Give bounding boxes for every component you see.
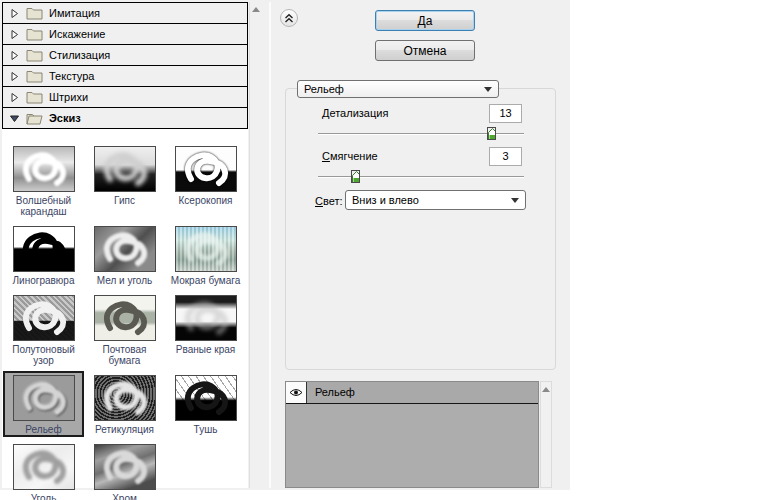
knot-preview-icon bbox=[14, 376, 75, 421]
scroll-up-icon[interactable] bbox=[542, 387, 550, 392]
applied-filter-name: Рельеф bbox=[307, 382, 355, 403]
filter-preview-image[interactable] bbox=[94, 295, 156, 341]
filter-thumbnail[interactable]: Линогравюра bbox=[3, 222, 84, 288]
filter-thumbnail[interactable]: Почтовая бумага bbox=[84, 291, 165, 368]
category-label: Имитация bbox=[49, 7, 100, 19]
expander-triangle-icon[interactable] bbox=[9, 92, 20, 103]
filter-preview-image[interactable] bbox=[13, 146, 75, 192]
slider-thumb-icon bbox=[488, 128, 496, 140]
light-direction-select[interactable]: Вниз и влево bbox=[345, 190, 526, 210]
knot-preview-icon bbox=[14, 445, 75, 490]
folder-icon bbox=[26, 7, 43, 20]
knot-preview-icon bbox=[95, 296, 156, 341]
smooth-slider-thumb[interactable] bbox=[351, 170, 360, 183]
filter-preview-image[interactable] bbox=[175, 375, 237, 421]
filter-preview-image[interactable] bbox=[94, 375, 156, 421]
filter-select-value: Рельеф bbox=[304, 83, 344, 95]
slider-thumb-icon bbox=[352, 171, 360, 183]
filter-thumbnail-label: Ксерокопия bbox=[179, 195, 233, 206]
smooth-slider[interactable] bbox=[318, 170, 524, 184]
category-label: Текстура bbox=[49, 70, 94, 82]
applied-filter-row[interactable]: Рельеф bbox=[286, 382, 538, 404]
smooth-value-field[interactable]: 3 bbox=[489, 147, 522, 166]
filter-thumbnail[interactable]: Ретикуляция bbox=[84, 371, 165, 437]
filter-thumbnail-label: Полутоновый узор bbox=[5, 344, 82, 366]
category-row[interactable]: Эскиз bbox=[2, 107, 248, 129]
filter-preview-image[interactable] bbox=[94, 444, 156, 490]
ok-button[interactable]: Да bbox=[375, 10, 475, 31]
knot-preview-icon bbox=[95, 445, 156, 490]
filter-preview-image[interactable] bbox=[13, 295, 75, 341]
visibility-toggle[interactable] bbox=[286, 382, 307, 403]
light-label: Свет: bbox=[315, 195, 343, 207]
category-row[interactable]: Текстура bbox=[2, 65, 248, 87]
knot-preview-icon bbox=[95, 227, 156, 272]
filter-thumbnail[interactable]: Гипс bbox=[84, 142, 165, 219]
filter-preview-image[interactable] bbox=[13, 375, 75, 421]
expander-triangle-icon[interactable] bbox=[9, 71, 20, 82]
filter-thumbnail[interactable]: Уголь bbox=[3, 440, 84, 500]
filter-thumbnail-label: Рваные края bbox=[176, 344, 235, 355]
applied-filters-list: Рельеф bbox=[285, 381, 539, 488]
browser-scrollbar[interactable] bbox=[249, 2, 262, 488]
folder-icon bbox=[26, 112, 43, 125]
category-label: Искажение bbox=[49, 28, 105, 40]
panel-divider bbox=[269, 2, 271, 488]
knot-preview-icon bbox=[176, 296, 237, 341]
filter-thumbnail[interactable]: Рваные края bbox=[165, 291, 246, 368]
folder-icon bbox=[26, 49, 43, 62]
filter-thumbnail-label: Хром bbox=[112, 493, 137, 500]
category-row[interactable]: Искажение bbox=[2, 23, 248, 45]
chevron-down-icon bbox=[484, 87, 492, 92]
filters-list-scrollbar[interactable] bbox=[540, 381, 552, 488]
detail-slider-thumb[interactable] bbox=[487, 127, 496, 140]
chevron-down-icon bbox=[511, 198, 519, 203]
filter-preview-image[interactable] bbox=[94, 226, 156, 272]
folder-icon bbox=[26, 70, 43, 83]
filter-thumbnail[interactable]: Рельеф bbox=[3, 371, 84, 437]
category-label: Стилизация bbox=[49, 49, 110, 61]
filter-thumbnail-label: Волшебный карандаш bbox=[5, 195, 82, 217]
expander-triangle-icon[interactable] bbox=[9, 50, 20, 61]
filter-preview-image[interactable] bbox=[175, 226, 237, 272]
filter-browser-panel: Имитация Искажение Стилизация Текстура Ш… bbox=[2, 2, 248, 488]
category-row[interactable]: Штрихи bbox=[2, 86, 248, 108]
detail-slider[interactable] bbox=[318, 127, 524, 141]
filter-thumbnail[interactable]: Волшебный карандаш bbox=[3, 142, 84, 219]
folder-icon bbox=[26, 28, 43, 41]
light-direction-value: Вниз и влево bbox=[352, 194, 419, 206]
knot-preview-icon bbox=[176, 376, 237, 421]
expander-triangle-icon[interactable] bbox=[9, 8, 20, 19]
slider-track bbox=[318, 176, 524, 178]
knot-preview-icon bbox=[176, 147, 237, 192]
knot-preview-icon bbox=[14, 227, 75, 272]
cancel-button[interactable]: Отмена bbox=[375, 40, 475, 61]
filter-preview-image[interactable] bbox=[175, 295, 237, 341]
filter-thumbnail[interactable]: Тушь bbox=[165, 371, 246, 437]
filter-thumbnail[interactable]: Ксерокопия bbox=[165, 142, 246, 219]
filter-thumbnail-label: Почтовая бумага bbox=[86, 344, 163, 366]
folder-icon bbox=[26, 91, 43, 104]
collapse-panel-button[interactable] bbox=[280, 9, 298, 27]
filter-thumbnail[interactable]: Полутоновый узор bbox=[3, 291, 84, 368]
detail-value-field[interactable]: 13 bbox=[489, 104, 522, 123]
category-label: Штрихи bbox=[49, 91, 88, 103]
scroll-up-icon[interactable] bbox=[252, 7, 260, 12]
category-row[interactable]: Стилизация bbox=[2, 44, 248, 66]
filter-preview-image[interactable] bbox=[13, 226, 75, 272]
filter-thumbnail[interactable]: Хром bbox=[84, 440, 165, 500]
filter-preview-image[interactable] bbox=[13, 444, 75, 490]
category-row[interactable]: Имитация bbox=[2, 2, 248, 24]
filter-thumbnail-label: Гипс bbox=[114, 195, 135, 206]
filter-thumbnail[interactable]: Мел и уголь bbox=[84, 222, 165, 288]
filter-preview-image[interactable] bbox=[175, 146, 237, 192]
filter-select[interactable]: Рельеф bbox=[297, 80, 499, 98]
expander-triangle-icon[interactable] bbox=[9, 29, 20, 40]
filter-preview-image[interactable] bbox=[94, 146, 156, 192]
smooth-label: Смягчение bbox=[322, 150, 378, 162]
eye-icon bbox=[289, 388, 303, 397]
filter-thumbnail[interactable]: Мокрая бумага bbox=[165, 222, 246, 288]
knot-preview-icon bbox=[95, 376, 156, 421]
double-chevron-up-icon bbox=[284, 13, 294, 24]
expander-triangle-icon[interactable] bbox=[9, 113, 20, 124]
